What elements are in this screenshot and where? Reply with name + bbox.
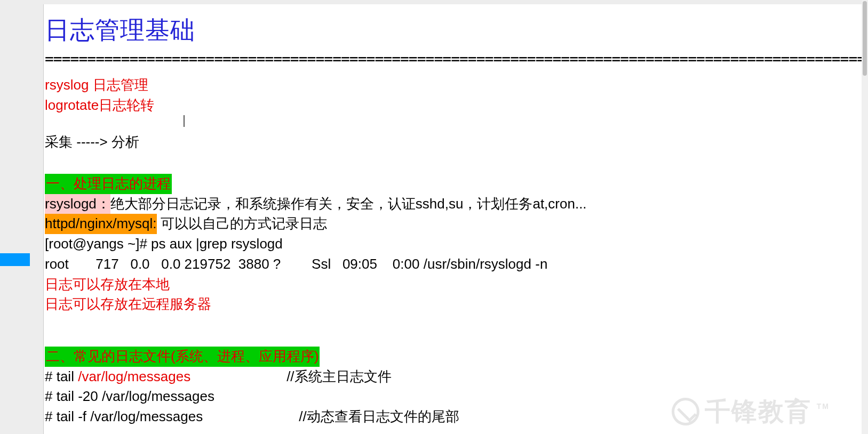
note-line-2: 日志可以存放在远程服务器 xyxy=(45,294,862,315)
tail1-comment: //系统主日志文件 xyxy=(286,367,391,387)
tail1-path: /var/log/messages xyxy=(78,368,190,384)
section-2-heading: 二、常见的日志文件(系统、进程、应用程序) xyxy=(45,347,320,367)
tail-row-1: # tail /var/log/messages//系统主日志文件 xyxy=(45,367,862,387)
document-wrapper: 日志管理基础 =================================… xyxy=(30,0,862,434)
rsyslogd-line: rsyslogd：绝大部分日志记录，和系统操作有关，安全，认证sshd,su，计… xyxy=(45,194,862,214)
scrollbar-thumb[interactable] xyxy=(863,1,867,76)
watermark-tm: TM xyxy=(817,402,830,411)
document-page[interactable]: 日志管理基础 =================================… xyxy=(43,4,862,434)
rsyslogd-label: rsyslogd： xyxy=(45,194,110,214)
httpd-label: httpd/nginx/mysql: xyxy=(45,214,157,234)
httpd-desc: 可以以自己的方式记录日志 xyxy=(157,215,327,231)
tail1-prefix: # tail xyxy=(45,368,78,384)
text-cursor-icon xyxy=(184,115,185,127)
watermark-logo-icon xyxy=(672,398,699,425)
watermark: 千锋教育 TM xyxy=(672,395,830,429)
section-2: 二、常见的日志文件(系统、进程、应用程序) xyxy=(45,347,862,367)
cmd-line-1: [root@yangs ~]# ps aux |grep rsyslogd xyxy=(45,234,862,254)
intro-line-1: rsyslog 日志管理 xyxy=(45,75,862,95)
tail3-comment: //动态查看日志文件的尾部 xyxy=(299,407,459,427)
note-line-1: 日志可以存放在本地 xyxy=(45,275,862,295)
current-line-marker xyxy=(0,253,30,266)
divider-line: ========================================… xyxy=(45,50,862,68)
httpd-line: httpd/nginx/mysql: 可以以自己的方式记录日志 xyxy=(45,214,862,234)
page-title: 日志管理基础 xyxy=(45,14,862,47)
cmd-line-2: root 717 0.0 0.0 219752 3880 ? Ssl 09:05… xyxy=(45,254,862,275)
left-margin-gutter xyxy=(0,0,30,434)
intro-flow: 采集 -----> 分析 xyxy=(45,132,862,152)
document-content: 日志管理基础 =================================… xyxy=(44,14,862,427)
rsyslogd-desc: 绝大部分日志记录，和系统操作有关，安全，认证sshd,su，计划任务at,cro… xyxy=(110,196,587,212)
watermark-text: 千锋教育 xyxy=(705,395,811,429)
intro-line-2: logrotate日志轮转 xyxy=(45,95,862,116)
section-1-heading: 一、处理日志的进程 xyxy=(45,174,172,194)
tail3-cmd: # tail -f /var/log/messages xyxy=(45,408,203,424)
scrollbar-track[interactable] xyxy=(862,0,868,434)
section-1: 一、处理日志的进程 xyxy=(45,174,862,194)
